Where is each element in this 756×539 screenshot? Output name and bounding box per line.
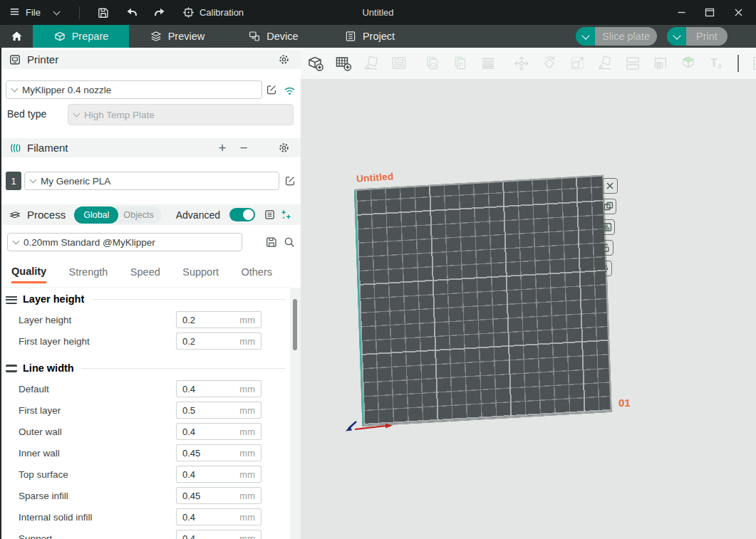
tab-support[interactable]: Support [182,263,219,282]
split-parts-button[interactable]: P [450,53,471,74]
print-options-button[interactable] [667,27,686,46]
param-row: Top surface 0.4 mm [0,466,290,483]
tab-device[interactable]: Device [225,25,321,48]
save-button[interactable] [93,4,114,22]
redo-button[interactable] [150,4,171,22]
tab-quality[interactable]: Quality [11,263,46,283]
param-unit: mm [239,315,255,325]
tab-prepare[interactable]: Prepare [33,25,129,48]
variable-layer-height-button[interactable] [477,53,499,74]
param-input[interactable]: 0.2 mm [176,333,262,350]
move-button[interactable] [511,53,532,74]
filament-preset-select[interactable]: My Generic PLA [24,172,279,190]
printer-settings-button[interactable] [278,53,290,66]
orient-plate-button[interactable] [601,199,616,214]
param-input[interactable]: 0.5 mm [176,402,262,419]
advanced-label: Advanced [176,209,220,221]
printer-edit-button[interactable] [265,83,278,96]
scope-global-option[interactable]: Global [74,206,118,224]
process-section-header: Process Global Objects Advanced [0,204,301,225]
tab-others[interactable]: Others [241,263,272,282]
calibration-button[interactable]: Calibration [182,6,244,19]
delete-plate-button[interactable] [602,178,618,194]
printer-connection-button[interactable] [283,84,296,96]
scrollbar-thumb[interactable] [293,299,297,350]
rotate-button[interactable] [539,53,560,74]
home-button[interactable] [0,25,33,48]
param-input[interactable]: 0.45 mm [176,487,262,504]
color-paint-button[interactable] [678,53,699,74]
cut-button[interactable] [622,53,643,74]
filament-settings-button[interactable] [278,142,290,154]
param-value: 0.2 [182,315,239,325]
param-wizard-button[interactable] [280,209,292,221]
filament-icon [9,142,21,155]
minimize-button[interactable] [669,3,693,23]
param-input[interactable]: 0.45 mm [176,444,262,461]
param-input[interactable]: 0.4 mm [176,380,262,397]
add-plate-button[interactable] [333,53,354,74]
printer-preset-select[interactable]: MyKlipper 0.4 nozzle [6,80,262,99]
window-left-border [0,48,1,539]
arrange-plate-button[interactable] [599,219,615,235]
split-objects-button[interactable]: O [422,53,443,74]
file-menu-button[interactable]: File [9,6,41,20]
param-input[interactable]: 0.4 mm [176,423,262,440]
slice-options-button[interactable] [576,27,595,46]
param-group: Line width Default 0.4 mm First layer 0.… [0,354,290,539]
param-value: 0.45 [182,448,239,459]
chevron-down-icon [581,31,589,39]
support-paint-button[interactable] [650,53,671,74]
param-value: 0.45 [182,491,239,501]
auto-orient-button[interactable] [361,53,382,74]
save-icon [265,236,278,248]
advanced-toggle[interactable] [229,208,255,221]
scope-objects-option[interactable]: Objects [118,210,161,220]
param-input[interactable]: 0.4 mm [176,508,262,525]
add-filament-button[interactable]: + [217,141,228,155]
process-section-title: Process [27,209,66,221]
print-button[interactable]: Print [686,27,727,46]
param-input[interactable]: 0.2 mm [176,311,262,328]
split-objects-icon: O [423,53,442,73]
maximize-button[interactable] [698,3,722,23]
gear-icon [278,142,290,154]
add-plate-icon [333,53,353,73]
close-icon [734,8,743,17]
param-value: 0.4 [182,427,239,437]
param-input[interactable]: 0.4 mm [176,466,262,483]
tab-project[interactable]: Project [321,25,418,48]
plate-settings-button[interactable] [596,261,612,276]
slice-plate-button[interactable]: Slice plate [595,27,657,46]
undo-button[interactable] [121,4,143,22]
filament-edit-button[interactable] [284,174,296,187]
process-icon [9,209,21,221]
param-label: Top surface [19,469,68,480]
lay-on-face-button[interactable] [594,53,616,74]
filament-slot-badge[interactable]: 1 [6,172,21,190]
process-preset-select[interactable]: 0.20mm Standard @MyKlipper [7,233,242,251]
file-chevron-button[interactable] [48,4,66,22]
lay-on-face-icon [595,53,615,73]
bed-type-select[interactable]: High Temp Plate [68,104,294,125]
tab-preview[interactable]: Preview [129,25,225,48]
lock-plate-button[interactable] [598,240,613,256]
remove-filament-button[interactable]: − [238,141,249,155]
close-button[interactable] [726,3,750,23]
titlebar-divider [79,6,80,19]
advanced-list-button[interactable] [264,209,276,221]
param-label: Inner wall [19,448,60,459]
tab-strength[interactable]: Strength [69,263,108,282]
viewport-canvas[interactable]: O P [301,48,756,539]
add-object-button[interactable] [305,53,326,74]
text-button[interactable]: Ta [705,53,727,74]
param-label: Layer height [19,315,71,325]
arrange-button[interactable] [388,53,410,74]
delete-plate-icon [606,182,614,190]
search-preset-button[interactable] [283,236,296,248]
assembly-button[interactable] [750,53,756,74]
save-preset-button[interactable] [265,236,278,248]
tab-speed[interactable]: Speed [130,263,160,282]
param-input[interactable]: 0.4 mm [176,530,262,539]
scale-button[interactable] [566,53,588,74]
